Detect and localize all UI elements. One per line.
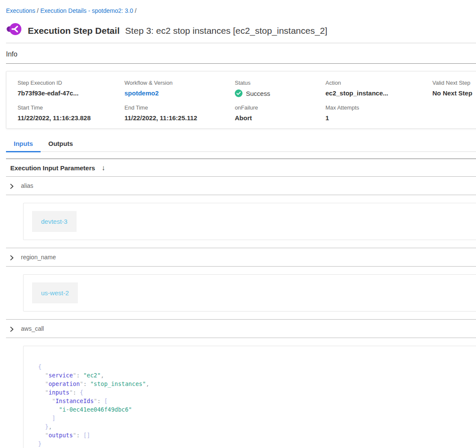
info-card: Step Execution ID7b73f93e-edaf-47c...Wor… — [6, 71, 476, 129]
field-label: Workflow & Version — [124, 80, 235, 86]
field-label: Action — [325, 80, 432, 86]
section-header: Execution Input Parameters ↓ — [6, 159, 476, 176]
info-field: StatusSuccess — [235, 80, 325, 97]
code-line: "i-0ec41ee046f49dbc6" — [38, 405, 470, 414]
info-field: Valid Next StepNo Next Step — [432, 80, 476, 97]
field-value: 7b73f93e-edaf-47c... — [18, 89, 124, 97]
download-icon[interactable]: ↓ — [101, 164, 105, 172]
info-section-heading: Info — [6, 50, 476, 58]
success-check-icon — [235, 89, 242, 97]
field-value-status: Success — [235, 89, 325, 97]
code-line: "InstanceIds": [ — [38, 397, 470, 405]
divider — [6, 338, 476, 338]
param-value-panel: devtest-3 — [23, 203, 476, 240]
param-row-aws_call[interactable]: aws_call — [6, 320, 476, 338]
param-row-region_name[interactable]: region_name — [6, 248, 476, 266]
section-title: Execution Input Parameters — [10, 164, 95, 172]
page-title: Execution Step Detail — [28, 26, 120, 36]
field-value: 11/22/2022, 11:16:23.828 — [18, 114, 124, 122]
info-field: onFailureAbort — [235, 104, 325, 122]
field-value-link[interactable]: spotdemo2 — [124, 89, 235, 97]
info-field: Actionec2_stop_instance... — [325, 80, 432, 97]
chevron-right-icon — [9, 255, 15, 260]
field-label: Start Time — [18, 104, 124, 111]
chevron-right-icon — [9, 183, 15, 189]
field-label: Status — [235, 80, 325, 86]
breadcrumb-separator: / — [35, 7, 40, 14]
tab-outputs[interactable]: Outputs — [41, 139, 81, 151]
divider — [6, 43, 476, 43]
field-label: onFailure — [235, 104, 325, 111]
divider — [6, 63, 476, 64]
param-value-chip: us-west-2 — [32, 282, 78, 303]
info-field: End Time11/22/2022, 11:16:25.112 — [124, 104, 235, 122]
field-label: Step Execution ID — [18, 80, 124, 86]
tab-inputs[interactable]: Inputs — [6, 139, 41, 151]
execution-step-detail-page: Executions / Execution Details - spotdem… — [0, 0, 476, 448]
code-line: }, — [38, 422, 470, 431]
status-text: Success — [246, 90, 270, 97]
field-value: 11/22/2022, 11:16:25.112 — [124, 114, 235, 122]
breadcrumb-link[interactable]: Execution Details - spotdemo2: 3.0 — [40, 7, 133, 14]
tab-bar: InputsOutputs — [6, 139, 476, 152]
code-line: "operation": "stop_instances", — [38, 380, 470, 388]
breadcrumb-separator: / — [133, 7, 136, 14]
field-label: Valid Next Step — [432, 80, 476, 86]
info-field: Step Execution ID7b73f93e-edaf-47c... — [18, 80, 124, 97]
param-name: region_name — [21, 254, 56, 261]
code-line: ] — [38, 414, 470, 422]
breadcrumb: Executions / Execution Details - spotdem… — [6, 0, 476, 14]
field-value: ec2_stop_instance... — [325, 89, 432, 97]
chevron-right-icon — [9, 326, 15, 332]
code-line: "service": "ec2", — [38, 371, 470, 380]
param-code-panel: { "service": "ec2", "operation": "stop_i… — [23, 346, 476, 448]
info-field: Workflow & Versionspotdemo2 — [124, 80, 235, 97]
parameter-list: aliasdevtest-3region_nameus-west-2aws_ca… — [6, 177, 476, 448]
field-value: Abort — [235, 114, 325, 122]
field-label: Max Attempts — [325, 104, 432, 111]
page-subtitle: Step 3: ec2 stop instances [ec2_stop_ins… — [125, 26, 328, 36]
page-header: Execution Step Detail Step 3: ec2 stop i… — [6, 21, 476, 38]
param-name: aws_call — [21, 325, 44, 332]
info-field: Max Attempts1 — [325, 104, 432, 122]
param-row-alias[interactable]: alias — [6, 177, 476, 195]
code-line: { — [38, 362, 470, 371]
divider — [6, 195, 476, 195]
code-line: } — [38, 439, 470, 448]
param-value-chip: devtest-3 — [32, 211, 77, 232]
code-line: "outputs": [] — [38, 431, 470, 439]
divider — [6, 266, 476, 267]
field-label: End Time — [124, 104, 235, 111]
param-value-panel: us-west-2 — [23, 274, 476, 312]
field-value: 1 — [325, 114, 432, 122]
code-line: "inputs": { — [38, 388, 470, 397]
workflow-icon — [6, 21, 22, 37]
field-value: No Next Step — [432, 89, 476, 97]
info-field: Start Time11/22/2022, 11:16:23.828 — [18, 104, 124, 122]
param-name: alias — [21, 182, 33, 189]
breadcrumb-link[interactable]: Executions — [6, 7, 35, 14]
